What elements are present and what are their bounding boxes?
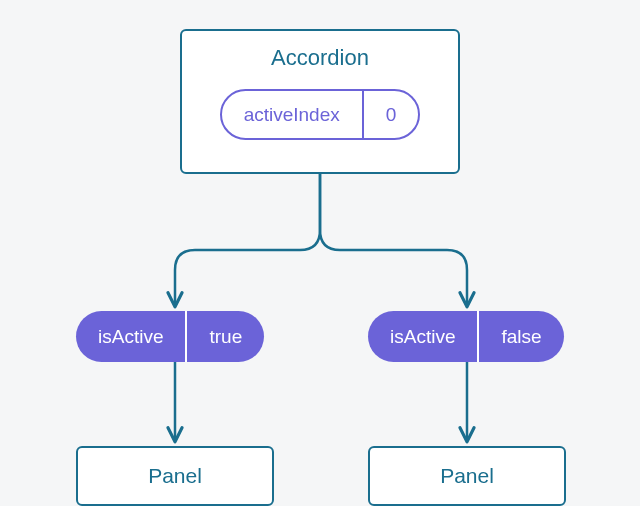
prop-key: isActive bbox=[368, 311, 477, 362]
prop-value: false bbox=[477, 311, 563, 362]
parent-state-pill: activeIndex 0 bbox=[220, 89, 421, 140]
child-component-box-right: Panel bbox=[368, 446, 566, 506]
prop-key: isActive bbox=[76, 311, 185, 362]
parent-title: Accordion bbox=[271, 45, 369, 71]
prop-value: true bbox=[185, 311, 264, 362]
child-prop-pill-right: isActive false bbox=[368, 311, 564, 362]
child-component-box-left: Panel bbox=[76, 446, 274, 506]
child-prop-pill-left: isActive true bbox=[76, 311, 264, 362]
parent-component-box: Accordion activeIndex 0 bbox=[180, 29, 460, 174]
state-key: activeIndex bbox=[222, 91, 362, 138]
child-label: Panel bbox=[440, 464, 494, 488]
child-label: Panel bbox=[148, 464, 202, 488]
diagram-stage: Accordion activeIndex 0 isActive true is… bbox=[0, 0, 640, 506]
state-value: 0 bbox=[362, 91, 419, 138]
